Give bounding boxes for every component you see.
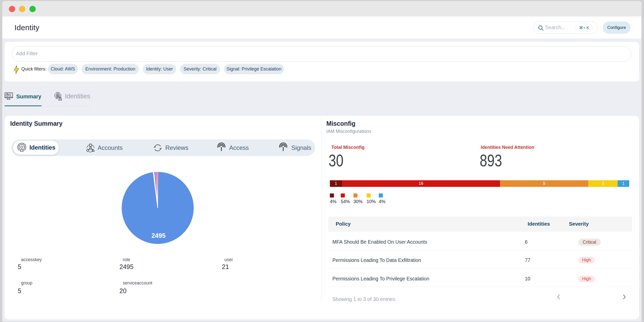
svg-text:2495: 2495	[151, 232, 166, 239]
